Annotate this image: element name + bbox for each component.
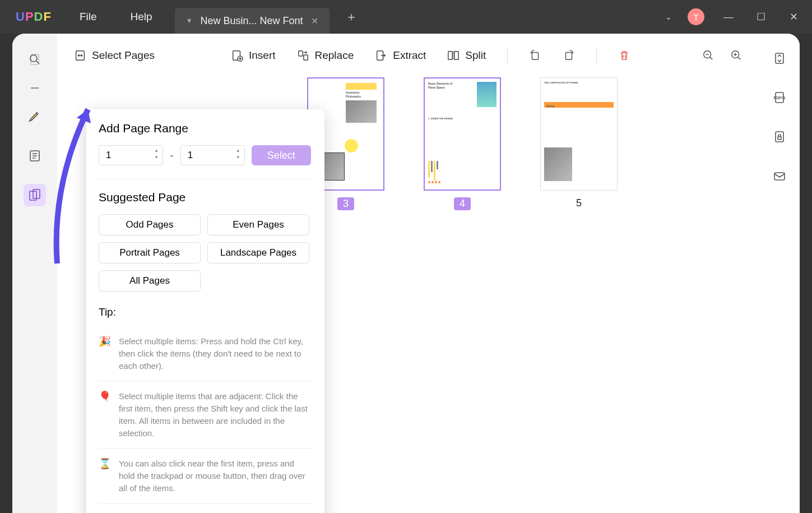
- select-range-button[interactable]: Select: [252, 145, 311, 165]
- menu-help[interactable]: Help: [131, 11, 152, 23]
- split-button[interactable]: Split: [447, 49, 486, 62]
- svg-rect-22: [774, 173, 785, 180]
- svg-rect-8: [298, 51, 302, 56]
- split-label: Split: [465, 49, 486, 62]
- replace-icon: [297, 49, 309, 62]
- tip-text-1: Select multiple items: Press and hold th…: [119, 335, 312, 372]
- tip-text-3: You can also click near the first item, …: [119, 457, 312, 494]
- search-icon[interactable]: [24, 48, 46, 71]
- svg-rect-1: [31, 54, 39, 64]
- insert-icon: [231, 49, 243, 62]
- organize-pages-icon[interactable]: [24, 184, 46, 206]
- user-avatar[interactable]: T: [688, 8, 704, 25]
- svg-rect-11: [448, 52, 452, 60]
- rotate-left-icon[interactable]: [529, 49, 541, 62]
- page-num-5: 5: [576, 197, 582, 209]
- sidebar-divider: [31, 87, 39, 89]
- toolbar-separator: [507, 48, 508, 63]
- pdfa-icon[interactable]: PDF/A: [768, 86, 791, 109]
- tip-heading: Tip:: [99, 306, 312, 318]
- add-range-heading: Add Page Range: [99, 122, 312, 135]
- extract-label: Extract: [393, 49, 426, 62]
- edit-text-icon[interactable]: [24, 145, 46, 167]
- highlighter-icon[interactable]: [24, 105, 46, 128]
- select-pages-label: Select Pages: [92, 49, 155, 62]
- page-thumb-5[interactable]: THE COMPOSITION OF POWERString 5: [540, 77, 618, 210]
- split-icon: [447, 49, 460, 62]
- svg-rect-14: [566, 53, 572, 60]
- svg-rect-9: [303, 55, 307, 60]
- extract-icon: [375, 49, 387, 62]
- toolbar-separator: [596, 48, 597, 63]
- page-num-4: 4: [454, 197, 471, 210]
- select-pages-button[interactable]: Select Pages: [74, 49, 155, 62]
- balloon-emoji-icon: 🎈: [99, 390, 111, 439]
- tab-close-icon[interactable]: ✕: [311, 16, 318, 26]
- replace-button[interactable]: Replace: [297, 49, 354, 62]
- new-tab-button[interactable]: ＋: [345, 8, 358, 25]
- delete-icon[interactable]: [618, 49, 630, 62]
- landscape-pages-button[interactable]: Landscape Pages: [207, 242, 309, 264]
- svg-text:PDF/A: PDF/A: [774, 96, 786, 100]
- range-dash: -: [170, 149, 174, 162]
- window-minimize[interactable]: —: [720, 11, 737, 23]
- menu-file[interactable]: File: [80, 11, 97, 23]
- range-to-down[interactable]: ▼: [234, 154, 243, 161]
- window-dropdown-icon[interactable]: ⌄: [665, 12, 672, 21]
- suggested-heading: Suggested Page: [99, 191, 312, 204]
- left-sidebar: [12, 34, 57, 513]
- dropdown-divider: [99, 179, 312, 179]
- svg-rect-13: [532, 53, 539, 60]
- app-logo: UPDF: [16, 10, 52, 24]
- extract-button[interactable]: Extract: [375, 49, 426, 62]
- odd-pages-button[interactable]: Odd Pages: [99, 214, 201, 235]
- insert-button[interactable]: Insert: [231, 49, 276, 62]
- hourglass-emoji-icon: ⌛: [99, 457, 111, 494]
- insert-label: Insert: [249, 49, 276, 62]
- tip-text-2: Select multiple items that are adjacent:…: [119, 390, 312, 439]
- right-sidebar: PDF/A: [759, 34, 800, 513]
- select-pages-icon: [74, 49, 86, 62]
- svg-rect-21: [778, 137, 781, 140]
- page-toolbar: Select Pages Insert Replace Extract Spli…: [57, 34, 759, 77]
- party-emoji-icon: 🎉: [99, 335, 111, 372]
- tab-dropdown-icon[interactable]: ▼: [186, 17, 193, 25]
- range-from-down[interactable]: ▼: [152, 154, 161, 161]
- document-tab[interactable]: ▼ New Busin... New Font ✕: [175, 8, 330, 34]
- all-pages-button[interactable]: All Pages: [99, 270, 201, 292]
- zoom-in-icon[interactable]: [730, 49, 743, 62]
- mail-icon[interactable]: [768, 165, 791, 187]
- protect-icon[interactable]: [768, 126, 791, 148]
- svg-rect-12: [454, 52, 458, 60]
- page-num-3: 3: [337, 197, 354, 210]
- range-from-up[interactable]: ▲: [152, 147, 161, 154]
- replace-label: Replace: [315, 49, 354, 62]
- tab-title: New Busin... New Font: [201, 15, 303, 27]
- convert-icon[interactable]: [768, 47, 791, 70]
- app-body: Select Pages Insert Replace Extract Spli…: [12, 34, 800, 513]
- even-pages-button[interactable]: Even Pages: [207, 214, 309, 235]
- zoom-out-icon[interactable]: [702, 49, 714, 62]
- window-maximize[interactable]: ☐: [753, 11, 769, 23]
- range-to-up[interactable]: ▲: [234, 147, 243, 154]
- rotate-right-icon[interactable]: [563, 49, 575, 62]
- title-bar: UPDF File Help ▼ New Busin... New Font ✕…: [0, 0, 812, 34]
- select-pages-dropdown: Add Page Range ▲▼ - ▲▼ Select Suggested …: [86, 109, 324, 513]
- page-thumb-4[interactable]: Basic Elements ofPlane Space1. UNDER THE…: [424, 77, 501, 210]
- window-close[interactable]: ✕: [785, 11, 802, 23]
- portrait-pages-button[interactable]: Portrait Pages: [99, 242, 201, 264]
